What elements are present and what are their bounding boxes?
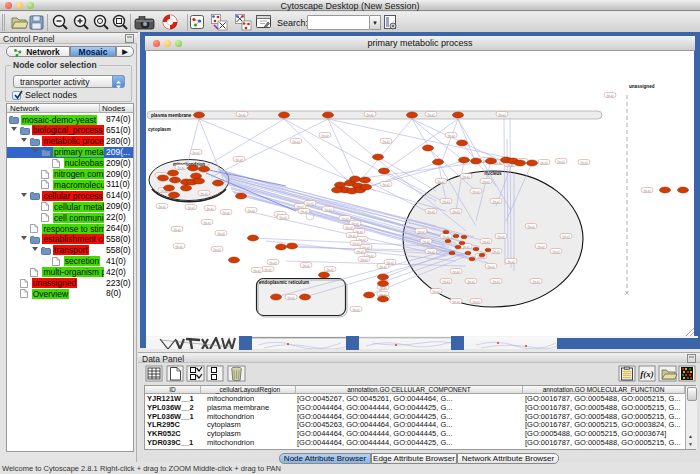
svg-text:(tx-a): (tx-a): [307, 202, 314, 206]
svg-text:(tx-a): (tx-a): [297, 205, 304, 209]
svg-text:(tx-a): (tx-a): [236, 158, 243, 162]
svg-text:plasma membrane: plasma membrane: [151, 113, 192, 118]
svg-text:(tx-a): (tx-a): [607, 94, 614, 98]
svg-text:(tx-a): (tx-a): [353, 308, 360, 312]
svg-text:(tx-a): (tx-a): [558, 160, 565, 164]
svg-text:(tx-a): (tx-a): [418, 230, 425, 234]
svg-text:(tx-a): (tx-a): [188, 206, 195, 210]
svg-text:(tx-a): (tx-a): [463, 245, 470, 249]
svg-text:f(x): f(x): [640, 369, 654, 379]
svg-text:(tx-a): (tx-a): [303, 264, 310, 268]
svg-text:(tx-a): (tx-a): [468, 280, 475, 284]
svg-text:(tx-a): (tx-a): [349, 234, 356, 238]
svg-text:endoplasmic reticulum: endoplasmic reticulum: [259, 280, 309, 285]
svg-text:(tx-a): (tx-a): [223, 211, 230, 215]
svg-text:(tx-a): (tx-a): [193, 151, 200, 155]
svg-text:(tx-a): (tx-a): [433, 290, 440, 294]
svg-text:unassigned: unassigned: [629, 84, 655, 89]
svg-text:(tx-a): (tx-a): [499, 113, 506, 117]
svg-text:(tx-a): (tx-a): [488, 265, 495, 269]
svg-text:(tx-a): (tx-a): [301, 210, 308, 214]
svg-text:(tx-a): (tx-a): [508, 260, 515, 264]
svg-text:(tx-a): (tx-a): [174, 228, 181, 232]
svg-text:(tx-a): (tx-a): [207, 207, 214, 211]
svg-text:(tx-a): (tx-a): [288, 296, 295, 300]
svg-text:(tx-a): (tx-a): [493, 250, 500, 254]
svg-text:(tx-a): (tx-a): [483, 240, 490, 244]
svg-text:(tx-a): (tx-a): [473, 300, 480, 304]
svg-text:(tx-a): (tx-a): [644, 189, 651, 193]
svg-text:(tx-a): (tx-a): [533, 280, 540, 284]
svg-text:(tx-a): (tx-a): [428, 250, 435, 254]
svg-text:(tx-a): (tx-a): [538, 245, 545, 249]
svg-text:(tx-a): (tx-a): [383, 140, 390, 144]
svg-text:(tx-a): (tx-a): [201, 192, 208, 196]
svg-text:(tx-a): (tx-a): [443, 280, 450, 284]
svg-text:(tx-a): (tx-a): [387, 261, 394, 265]
svg-text:(tx-a): (tx-a): [280, 216, 287, 220]
svg-text:(tx-a): (tx-a): [463, 175, 470, 179]
svg-text:(tx-a): (tx-a): [473, 190, 480, 194]
svg-text:(tx-a): (tx-a): [553, 250, 560, 254]
svg-text:(tx-a): (tx-a): [327, 268, 334, 272]
svg-text:(tx-a): (tx-a): [428, 113, 435, 117]
svg-text:(tx-a): (tx-a): [218, 232, 225, 236]
svg-text:(tx-a): (tx-a): [265, 268, 272, 272]
svg-text:(tx-a): (tx-a): [293, 140, 300, 144]
svg-text:(tx-a): (tx-a): [367, 113, 374, 117]
svg-text:(tx-a): (tx-a): [239, 113, 246, 117]
svg-text:(tx-a): (tx-a): [581, 161, 588, 165]
svg-text:(tx-a): (tx-a): [541, 161, 548, 165]
svg-text:(tx-a): (tx-a): [214, 248, 221, 252]
svg-text:(tx-a): (tx-a): [361, 258, 368, 262]
svg-text:(tx-a): (tx-a): [483, 180, 490, 184]
svg-text:cytoplasm: cytoplasm: [148, 127, 171, 132]
svg-text:(tx-a): (tx-a): [322, 134, 329, 138]
svg-text:(tx-a): (tx-a): [346, 226, 353, 230]
svg-text:(tx-a): (tx-a): [325, 208, 332, 212]
svg-text:(tx-a): (tx-a): [453, 270, 460, 274]
svg-text:(tx-a): (tx-a): [248, 209, 255, 213]
svg-text:(tx-a): (tx-a): [453, 210, 460, 214]
svg-text:(tx-a): (tx-a): [204, 221, 211, 225]
svg-text:(tx-a): (tx-a): [383, 183, 390, 187]
svg-text:(tx-a): (tx-a): [528, 225, 535, 229]
svg-text:nucleus: nucleus: [484, 171, 502, 176]
svg-text:(tx-a): (tx-a): [428, 210, 435, 214]
svg-text:(tx-a): (tx-a): [176, 245, 183, 249]
svg-text:(tx-a): (tx-a): [178, 166, 185, 170]
svg-text:(tx-a): (tx-a): [443, 200, 450, 204]
svg-text:(tx-a): (tx-a): [159, 205, 166, 209]
svg-text:(tx-a): (tx-a): [453, 300, 460, 304]
svg-text:(tx-a): (tx-a): [448, 134, 455, 138]
svg-text:(tx-a): (tx-a): [438, 180, 445, 184]
svg-text:(tx-a): (tx-a): [357, 250, 364, 254]
svg-text:(tx-a): (tx-a): [563, 235, 570, 239]
svg-text:(tx-a): (tx-a): [342, 217, 349, 221]
svg-text:(tx-a): (tx-a): [380, 265, 387, 269]
svg-text:(tx-a): (tx-a): [423, 240, 430, 244]
svg-text:(tx-a): (tx-a): [254, 269, 261, 273]
svg-text:(tx-a): (tx-a): [493, 280, 500, 284]
svg-text:(tx-a): (tx-a): [353, 242, 360, 246]
svg-text:(tx-a): (tx-a): [498, 235, 505, 239]
svg-text:(tx-a): (tx-a): [443, 235, 450, 239]
svg-text:(tx-a): (tx-a): [493, 200, 500, 204]
svg-text:(tx-a): (tx-a): [270, 261, 277, 265]
